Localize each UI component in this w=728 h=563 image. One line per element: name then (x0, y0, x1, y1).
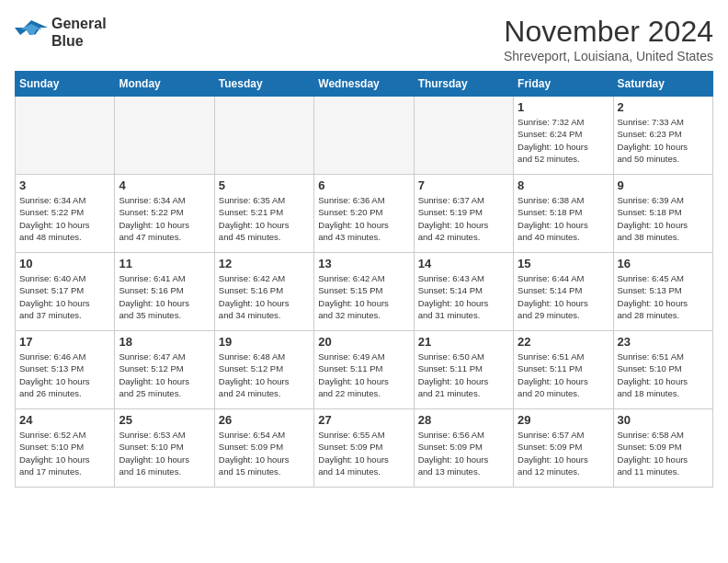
day-number: 13 (318, 257, 409, 270)
day-number: 29 (518, 413, 609, 427)
calendar-cell: 14Sunrise: 6:43 AM Sunset: 5:14 PM Dayli… (414, 253, 513, 331)
day-number: 1 (518, 100, 609, 114)
calendar-cell: 8Sunrise: 6:38 AM Sunset: 5:18 PM Daylig… (514, 175, 613, 253)
day-number: 22 (518, 335, 609, 349)
day-number: 26 (219, 413, 310, 427)
day-info: Sunrise: 7:32 AM Sunset: 6:24 PM Dayligh… (518, 116, 609, 165)
day-info: Sunrise: 6:40 AM Sunset: 5:17 PM Dayligh… (19, 272, 110, 321)
day-number: 3 (19, 178, 110, 192)
day-info: Sunrise: 6:52 AM Sunset: 5:10 PM Dayligh… (19, 429, 110, 477)
day-number: 8 (518, 178, 609, 192)
header-saturday: Saturday (613, 72, 712, 97)
day-info: Sunrise: 6:51 AM Sunset: 5:10 PM Dayligh… (618, 350, 709, 399)
calendar-cell: 11Sunrise: 6:41 AM Sunset: 5:16 PM Dayli… (115, 253, 214, 331)
header-friday: Friday (514, 72, 613, 97)
calendar-cell: 24Sunrise: 6:52 AM Sunset: 5:10 PM Dayli… (16, 409, 115, 488)
day-number: 12 (219, 257, 310, 270)
calendar-cell: 28Sunrise: 6:56 AM Sunset: 5:09 PM Dayli… (414, 409, 513, 488)
day-info: Sunrise: 6:48 AM Sunset: 5:12 PM Dayligh… (219, 350, 310, 399)
calendar-cell: 1Sunrise: 7:32 AM Sunset: 6:24 PM Daylig… (514, 97, 613, 175)
day-number: 2 (618, 100, 709, 114)
week-row-2: 3Sunrise: 6:34 AM Sunset: 5:22 PM Daylig… (16, 175, 713, 253)
calendar-cell: 6Sunrise: 6:36 AM Sunset: 5:20 PM Daylig… (314, 175, 414, 253)
subtitle: Shreveport, Louisiana, United States (504, 49, 713, 63)
day-number: 15 (518, 257, 609, 270)
day-number: 17 (19, 335, 110, 349)
day-info: Sunrise: 6:35 AM Sunset: 5:21 PM Dayligh… (219, 194, 310, 243)
day-info: Sunrise: 6:53 AM Sunset: 5:10 PM Dayligh… (119, 429, 210, 477)
week-row-1: 1Sunrise: 7:32 AM Sunset: 6:24 PM Daylig… (16, 97, 713, 175)
calendar-cell: 16Sunrise: 6:45 AM Sunset: 5:13 PM Dayli… (613, 253, 712, 331)
day-info: Sunrise: 6:36 AM Sunset: 5:20 PM Dayligh… (318, 194, 409, 243)
logo-text: General Blue (51, 15, 107, 50)
day-info: Sunrise: 6:42 AM Sunset: 5:15 PM Dayligh… (318, 272, 409, 321)
day-number: 30 (618, 413, 709, 427)
calendar-cell: 15Sunrise: 6:44 AM Sunset: 5:14 PM Dayli… (514, 253, 613, 331)
day-info: Sunrise: 6:51 AM Sunset: 5:11 PM Dayligh… (518, 350, 609, 399)
day-info: Sunrise: 6:55 AM Sunset: 5:09 PM Dayligh… (318, 429, 409, 477)
calendar-cell: 13Sunrise: 6:42 AM Sunset: 5:15 PM Dayli… (314, 253, 414, 331)
calendar-cell: 4Sunrise: 6:34 AM Sunset: 5:22 PM Daylig… (115, 175, 214, 253)
week-row-3: 10Sunrise: 6:40 AM Sunset: 5:17 PM Dayli… (16, 253, 713, 331)
calendar-cell: 25Sunrise: 6:53 AM Sunset: 5:10 PM Dayli… (115, 409, 214, 488)
day-info: Sunrise: 6:50 AM Sunset: 5:11 PM Dayligh… (418, 350, 509, 399)
day-info: Sunrise: 6:58 AM Sunset: 5:09 PM Dayligh… (618, 429, 709, 477)
day-number: 16 (618, 257, 709, 270)
day-number: 5 (219, 178, 310, 192)
day-number: 25 (119, 413, 210, 427)
calendar-cell: 10Sunrise: 6:40 AM Sunset: 5:17 PM Dayli… (16, 253, 115, 331)
calendar-cell (115, 97, 214, 175)
day-number: 6 (318, 178, 409, 192)
day-info: Sunrise: 6:42 AM Sunset: 5:16 PM Dayligh… (219, 272, 310, 321)
calendar-cell (16, 97, 115, 175)
day-info: Sunrise: 6:46 AM Sunset: 5:13 PM Dayligh… (19, 350, 110, 399)
day-number: 10 (19, 257, 110, 270)
calendar-cell: 27Sunrise: 6:55 AM Sunset: 5:09 PM Dayli… (314, 409, 414, 488)
day-info: Sunrise: 6:57 AM Sunset: 5:09 PM Dayligh… (518, 429, 609, 477)
day-info: Sunrise: 6:43 AM Sunset: 5:14 PM Dayligh… (418, 272, 509, 321)
day-number: 9 (618, 178, 709, 192)
day-info: Sunrise: 6:37 AM Sunset: 5:19 PM Dayligh… (418, 194, 509, 243)
day-info: Sunrise: 6:54 AM Sunset: 5:09 PM Dayligh… (219, 429, 310, 477)
day-info: Sunrise: 6:45 AM Sunset: 5:13 PM Dayligh… (618, 272, 709, 321)
week-row-4: 17Sunrise: 6:46 AM Sunset: 5:13 PM Dayli… (16, 331, 713, 409)
header-monday: Monday (115, 72, 214, 97)
day-number: 19 (219, 335, 310, 349)
header-thursday: Thursday (414, 72, 513, 97)
month-title: November 2024 (504, 15, 713, 49)
calendar-cell: 5Sunrise: 6:35 AM Sunset: 5:21 PM Daylig… (214, 175, 313, 253)
calendar-cell: 23Sunrise: 6:51 AM Sunset: 5:10 PM Dayli… (613, 331, 712, 409)
day-number: 24 (19, 413, 110, 427)
day-info: Sunrise: 6:41 AM Sunset: 5:16 PM Dayligh… (119, 272, 210, 321)
calendar-cell: 29Sunrise: 6:57 AM Sunset: 5:09 PM Dayli… (514, 409, 613, 488)
calendar-cell: 7Sunrise: 6:37 AM Sunset: 5:19 PM Daylig… (414, 175, 513, 253)
calendar-cell: 9Sunrise: 6:39 AM Sunset: 5:18 PM Daylig… (613, 175, 712, 253)
header-sunday: Sunday (16, 72, 115, 97)
calendar-cell: 17Sunrise: 6:46 AM Sunset: 5:13 PM Dayli… (16, 331, 115, 409)
header-row: SundayMondayTuesdayWednesdayThursdayFrid… (16, 72, 713, 97)
day-info: Sunrise: 6:38 AM Sunset: 5:18 PM Dayligh… (518, 194, 609, 243)
page-header: General Blue November 2024 Shreveport, L… (15, 15, 713, 63)
day-number: 27 (318, 413, 409, 427)
day-info: Sunrise: 6:49 AM Sunset: 5:11 PM Dayligh… (318, 350, 409, 399)
day-info: Sunrise: 6:56 AM Sunset: 5:09 PM Dayligh… (418, 429, 509, 477)
day-info: Sunrise: 6:47 AM Sunset: 5:12 PM Dayligh… (119, 350, 210, 399)
day-info: Sunrise: 6:44 AM Sunset: 5:14 PM Dayligh… (518, 272, 609, 321)
calendar-cell: 20Sunrise: 6:49 AM Sunset: 5:11 PM Dayli… (314, 331, 414, 409)
day-number: 4 (119, 178, 210, 192)
calendar-cell: 12Sunrise: 6:42 AM Sunset: 5:16 PM Dayli… (214, 253, 313, 331)
calendar-table: SundayMondayTuesdayWednesdayThursdayFrid… (15, 71, 713, 488)
calendar-cell: 2Sunrise: 7:33 AM Sunset: 6:23 PM Daylig… (613, 97, 712, 175)
logo: General Blue (15, 15, 107, 50)
calendar-cell: 18Sunrise: 6:47 AM Sunset: 5:12 PM Dayli… (115, 331, 214, 409)
calendar-cell: 22Sunrise: 6:51 AM Sunset: 5:11 PM Dayli… (514, 331, 613, 409)
day-info: Sunrise: 6:39 AM Sunset: 5:18 PM Dayligh… (618, 194, 709, 243)
day-number: 21 (418, 335, 509, 349)
calendar-cell (214, 97, 313, 175)
calendar-cell: 30Sunrise: 6:58 AM Sunset: 5:09 PM Dayli… (613, 409, 712, 488)
calendar-cell: 26Sunrise: 6:54 AM Sunset: 5:09 PM Dayli… (214, 409, 313, 488)
day-info: Sunrise: 6:34 AM Sunset: 5:22 PM Dayligh… (119, 194, 210, 243)
day-number: 7 (418, 178, 509, 192)
day-number: 23 (618, 335, 709, 349)
day-number: 11 (119, 257, 210, 270)
